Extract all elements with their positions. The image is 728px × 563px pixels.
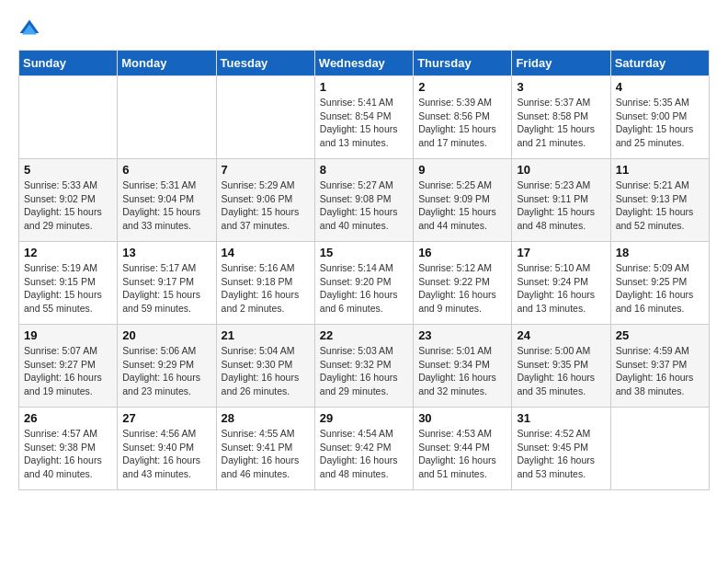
logo-icon bbox=[18, 18, 40, 40]
day-number: 25 bbox=[616, 328, 704, 342]
day-info: Sunrise: 4:56 AM Sunset: 9:40 PM Dayligh… bbox=[122, 427, 210, 481]
calendar-week-5: 26Sunrise: 4:57 AM Sunset: 9:38 PM Dayli… bbox=[19, 408, 710, 490]
day-number: 3 bbox=[517, 80, 605, 94]
weekday-header-friday: Friday bbox=[512, 51, 610, 76]
day-info: Sunrise: 4:53 AM Sunset: 9:44 PM Dayligh… bbox=[418, 427, 506, 481]
calendar-cell bbox=[19, 76, 118, 159]
day-number: 19 bbox=[24, 328, 112, 342]
day-info: Sunrise: 5:10 AM Sunset: 9:24 PM Dayligh… bbox=[517, 261, 605, 316]
calendar-week-3: 12Sunrise: 5:19 AM Sunset: 9:15 PM Dayli… bbox=[19, 242, 710, 325]
day-number: 20 bbox=[122, 328, 210, 342]
day-number: 1 bbox=[320, 80, 408, 94]
day-number: 27 bbox=[122, 411, 210, 425]
calendar-cell: 23Sunrise: 5:01 AM Sunset: 9:34 PM Dayli… bbox=[414, 325, 512, 408]
weekday-header-monday: Monday bbox=[118, 51, 216, 76]
day-number: 11 bbox=[616, 163, 704, 177]
calendar-cell: 3Sunrise: 5:37 AM Sunset: 8:58 PM Daylig… bbox=[512, 76, 610, 159]
day-info: Sunrise: 5:16 AM Sunset: 9:18 PM Dayligh… bbox=[222, 261, 310, 316]
day-number: 6 bbox=[122, 163, 210, 177]
calendar-cell: 10Sunrise: 5:23 AM Sunset: 9:11 PM Dayli… bbox=[512, 159, 610, 242]
calendar-table: SundayMondayTuesdayWednesdayThursdayFrid… bbox=[18, 50, 710, 490]
day-info: Sunrise: 5:03 AM Sunset: 9:32 PM Dayligh… bbox=[320, 344, 408, 398]
calendar-cell: 7Sunrise: 5:29 AM Sunset: 9:06 PM Daylig… bbox=[216, 159, 314, 242]
calendar-cell: 4Sunrise: 5:35 AM Sunset: 9:00 PM Daylig… bbox=[610, 76, 709, 159]
day-info: Sunrise: 5:21 AM Sunset: 9:13 PM Dayligh… bbox=[616, 178, 704, 233]
calendar-cell: 2Sunrise: 5:39 AM Sunset: 8:56 PM Daylig… bbox=[414, 76, 512, 159]
day-info: Sunrise: 5:25 AM Sunset: 9:09 PM Dayligh… bbox=[418, 178, 506, 233]
day-number: 10 bbox=[517, 163, 605, 177]
logo bbox=[18, 18, 44, 40]
weekday-header-sunday: Sunday bbox=[19, 51, 118, 76]
day-number: 24 bbox=[517, 328, 605, 342]
calendar-cell bbox=[610, 408, 709, 490]
day-number: 16 bbox=[418, 246, 506, 259]
day-info: Sunrise: 5:35 AM Sunset: 9:00 PM Dayligh… bbox=[616, 96, 704, 150]
calendar-week-1: 1Sunrise: 5:41 AM Sunset: 8:54 PM Daylig… bbox=[19, 76, 710, 159]
page-header bbox=[18, 18, 710, 40]
day-number: 12 bbox=[24, 246, 112, 259]
day-number: 5 bbox=[24, 163, 112, 177]
day-info: Sunrise: 5:37 AM Sunset: 8:58 PM Dayligh… bbox=[517, 96, 605, 150]
day-number: 13 bbox=[122, 246, 210, 259]
calendar-cell: 19Sunrise: 5:07 AM Sunset: 9:27 PM Dayli… bbox=[19, 325, 118, 408]
calendar-cell: 1Sunrise: 5:41 AM Sunset: 8:54 PM Daylig… bbox=[314, 76, 413, 159]
day-info: Sunrise: 4:55 AM Sunset: 9:41 PM Dayligh… bbox=[222, 427, 310, 481]
day-info: Sunrise: 5:19 AM Sunset: 9:15 PM Dayligh… bbox=[24, 261, 112, 316]
day-info: Sunrise: 5:17 AM Sunset: 9:17 PM Dayligh… bbox=[122, 261, 210, 316]
calendar-week-2: 5Sunrise: 5:33 AM Sunset: 9:02 PM Daylig… bbox=[19, 159, 710, 242]
day-info: Sunrise: 5:14 AM Sunset: 9:20 PM Dayligh… bbox=[320, 261, 408, 316]
weekday-header-tuesday: Tuesday bbox=[216, 51, 314, 76]
day-info: Sunrise: 5:04 AM Sunset: 9:30 PM Dayligh… bbox=[222, 344, 310, 398]
day-number: 23 bbox=[418, 328, 506, 342]
day-info: Sunrise: 5:31 AM Sunset: 9:04 PM Dayligh… bbox=[122, 178, 210, 233]
day-number: 2 bbox=[418, 80, 506, 94]
calendar-cell: 26Sunrise: 4:57 AM Sunset: 9:38 PM Dayli… bbox=[19, 408, 118, 490]
calendar-week-4: 19Sunrise: 5:07 AM Sunset: 9:27 PM Dayli… bbox=[19, 325, 710, 408]
calendar-cell: 31Sunrise: 4:52 AM Sunset: 9:45 PM Dayli… bbox=[512, 408, 610, 490]
calendar-cell: 6Sunrise: 5:31 AM Sunset: 9:04 PM Daylig… bbox=[118, 159, 216, 242]
day-number: 8 bbox=[320, 163, 408, 177]
day-info: Sunrise: 5:23 AM Sunset: 9:11 PM Dayligh… bbox=[517, 178, 605, 233]
day-number: 7 bbox=[222, 163, 310, 177]
calendar-cell: 8Sunrise: 5:27 AM Sunset: 9:08 PM Daylig… bbox=[314, 159, 413, 242]
day-info: Sunrise: 4:52 AM Sunset: 9:45 PM Dayligh… bbox=[517, 427, 605, 481]
day-number: 29 bbox=[320, 411, 408, 425]
calendar-cell: 17Sunrise: 5:10 AM Sunset: 9:24 PM Dayli… bbox=[512, 242, 610, 325]
day-info: Sunrise: 5:12 AM Sunset: 9:22 PM Dayligh… bbox=[418, 261, 506, 316]
calendar-cell: 14Sunrise: 5:16 AM Sunset: 9:18 PM Dayli… bbox=[216, 242, 314, 325]
day-number: 30 bbox=[418, 411, 506, 425]
day-number: 4 bbox=[616, 80, 704, 94]
day-number: 31 bbox=[517, 411, 605, 425]
day-number: 14 bbox=[222, 246, 310, 259]
weekday-header-wednesday: Wednesday bbox=[314, 51, 413, 76]
day-number: 17 bbox=[517, 246, 605, 259]
day-info: Sunrise: 5:01 AM Sunset: 9:34 PM Dayligh… bbox=[418, 344, 506, 398]
calendar-cell: 27Sunrise: 4:56 AM Sunset: 9:40 PM Dayli… bbox=[118, 408, 216, 490]
weekday-header-thursday: Thursday bbox=[414, 51, 512, 76]
weekday-header-saturday: Saturday bbox=[610, 51, 709, 76]
day-info: Sunrise: 5:07 AM Sunset: 9:27 PM Dayligh… bbox=[24, 344, 112, 398]
day-info: Sunrise: 5:09 AM Sunset: 9:25 PM Dayligh… bbox=[616, 261, 704, 316]
calendar-cell: 16Sunrise: 5:12 AM Sunset: 9:22 PM Dayli… bbox=[414, 242, 512, 325]
day-info: Sunrise: 5:41 AM Sunset: 8:54 PM Dayligh… bbox=[320, 96, 408, 150]
calendar-cell: 11Sunrise: 5:21 AM Sunset: 9:13 PM Dayli… bbox=[610, 159, 709, 242]
day-info: Sunrise: 5:06 AM Sunset: 9:29 PM Dayligh… bbox=[122, 344, 210, 398]
calendar-cell: 12Sunrise: 5:19 AM Sunset: 9:15 PM Dayli… bbox=[19, 242, 118, 325]
day-number: 26 bbox=[24, 411, 112, 425]
day-info: Sunrise: 5:33 AM Sunset: 9:02 PM Dayligh… bbox=[24, 178, 112, 233]
day-info: Sunrise: 5:27 AM Sunset: 9:08 PM Dayligh… bbox=[320, 178, 408, 233]
day-number: 15 bbox=[320, 246, 408, 259]
day-info: Sunrise: 5:00 AM Sunset: 9:35 PM Dayligh… bbox=[517, 344, 605, 398]
calendar-cell: 15Sunrise: 5:14 AM Sunset: 9:20 PM Dayli… bbox=[314, 242, 413, 325]
calendar-cell: 25Sunrise: 4:59 AM Sunset: 9:37 PM Dayli… bbox=[610, 325, 709, 408]
calendar-cell: 13Sunrise: 5:17 AM Sunset: 9:17 PM Dayli… bbox=[118, 242, 216, 325]
day-number: 28 bbox=[222, 411, 310, 425]
calendar-cell: 9Sunrise: 5:25 AM Sunset: 9:09 PM Daylig… bbox=[414, 159, 512, 242]
calendar-cell bbox=[118, 76, 216, 159]
calendar-cell: 5Sunrise: 5:33 AM Sunset: 9:02 PM Daylig… bbox=[19, 159, 118, 242]
calendar-cell: 28Sunrise: 4:55 AM Sunset: 9:41 PM Dayli… bbox=[216, 408, 314, 490]
day-info: Sunrise: 4:54 AM Sunset: 9:42 PM Dayligh… bbox=[320, 427, 408, 481]
day-info: Sunrise: 5:39 AM Sunset: 8:56 PM Dayligh… bbox=[418, 96, 506, 150]
day-info: Sunrise: 4:59 AM Sunset: 9:37 PM Dayligh… bbox=[616, 344, 704, 398]
calendar-cell: 22Sunrise: 5:03 AM Sunset: 9:32 PM Dayli… bbox=[314, 325, 413, 408]
